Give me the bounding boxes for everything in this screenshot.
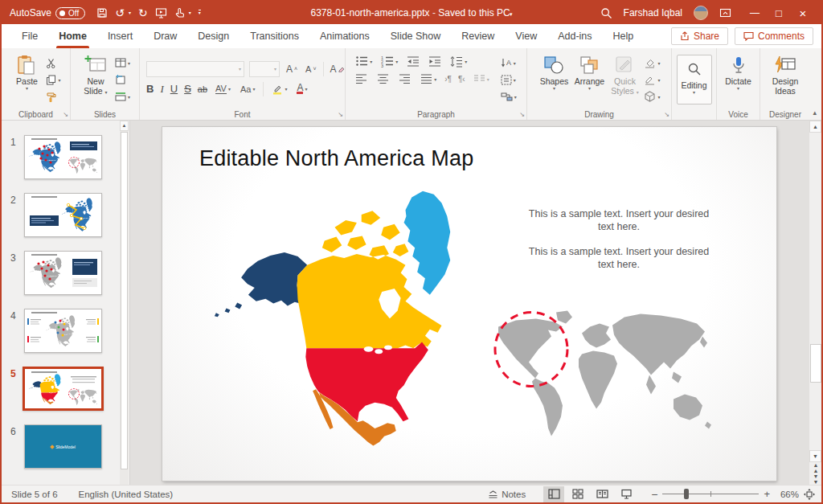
- slide-6-thumbnail[interactable]: SlideModel: [24, 424, 102, 469]
- fit-to-window-button[interactable]: [804, 489, 815, 500]
- dictate-button[interactable]: Dictate▾: [721, 51, 756, 107]
- justify-button[interactable]: ▾: [419, 72, 438, 86]
- text-highlight-button[interactable]: ▾: [270, 82, 289, 96]
- text-direction-button[interactable]: A▾: [499, 55, 518, 70]
- shadow-button[interactable]: S: [184, 83, 191, 95]
- thumbnail-row-1[interactable]: 1: [2, 135, 129, 179]
- thumbnail-row-6[interactable]: 6 SlideModel: [2, 424, 129, 469]
- comments-button[interactable]: Comments: [735, 27, 813, 45]
- autosave-toggle[interactable]: AutoSave Off: [10, 7, 85, 19]
- decrease-font-size-button[interactable]: A˅: [304, 62, 317, 76]
- minimize-button[interactable]: —: [743, 2, 767, 24]
- tab-home[interactable]: Home: [48, 24, 97, 48]
- language-selector[interactable]: English (United States): [79, 490, 174, 499]
- tab-review[interactable]: Review: [451, 24, 505, 48]
- world-map[interactable]: [492, 309, 717, 442]
- slide-sorter-view-button[interactable]: [567, 486, 588, 502]
- tab-view[interactable]: View: [505, 24, 547, 48]
- numbering-button[interactable]: 123▾: [379, 54, 399, 68]
- shapes-button[interactable]: Shapes▾: [536, 51, 571, 107]
- zoom-slider-thumb[interactable]: [684, 489, 689, 499]
- thumbnail-row-4[interactable]: 4: [2, 309, 129, 353]
- drawing-dialog-launcher-icon[interactable]: ↘: [664, 111, 669, 118]
- slide-4-thumbnail[interactable]: [24, 309, 102, 353]
- tab-insert[interactable]: Insert: [97, 24, 143, 48]
- align-text-button[interactable]: ▾: [499, 72, 518, 87]
- ribbon-display-options-icon[interactable]: [719, 7, 731, 19]
- scroll-up-icon[interactable]: ▲: [120, 121, 129, 131]
- underline-button[interactable]: U: [170, 83, 178, 95]
- shape-outline-button[interactable]: ▾: [642, 72, 661, 87]
- zoom-in-button[interactable]: +: [764, 488, 770, 500]
- font-name-combo[interactable]: ▾: [146, 61, 244, 77]
- canvas-scrollbar-thumb[interactable]: [810, 344, 821, 383]
- save-status[interactable]: Saved to this PC: [438, 7, 510, 18]
- normal-view-button[interactable]: [543, 486, 564, 502]
- close-button[interactable]: ×: [791, 2, 815, 24]
- customize-qat-button[interactable]: ▾: [199, 10, 201, 16]
- character-spacing-button[interactable]: AV▾: [214, 82, 232, 96]
- north-america-map[interactable]: [203, 183, 502, 466]
- next-slide-button[interactable]: ▼▼: [809, 473, 821, 485]
- touch-mode-button[interactable]: [174, 7, 185, 19]
- tab-design[interactable]: Design: [187, 24, 240, 48]
- design-ideas-button[interactable]: Design Ideas: [768, 51, 803, 107]
- section-button[interactable]: ▾: [113, 89, 132, 104]
- bullets-button[interactable]: ▾: [354, 54, 374, 68]
- canvas-scrollbar[interactable]: ▲ ▼ ▲▲ ▼▼: [809, 121, 821, 485]
- bold-button[interactable]: B: [146, 83, 154, 95]
- share-button[interactable]: Share: [671, 27, 728, 45]
- redo-button[interactable]: ↻: [138, 7, 148, 18]
- thumbnail-row-5-selected[interactable]: 5: [2, 367, 129, 411]
- tab-transitions[interactable]: Transitions: [240, 24, 309, 48]
- change-case-button[interactable]: Aa▾: [239, 82, 256, 96]
- thumbnail-row-2[interactable]: 2: [2, 193, 129, 237]
- quick-styles-button[interactable]: Quick Styles ▾: [607, 51, 642, 107]
- slide-2-thumbnail[interactable]: [24, 193, 102, 237]
- slide-5-thumbnail[interactable]: [23, 367, 104, 411]
- zoom-out-button[interactable]: −: [651, 488, 657, 501]
- zoom-slider-track[interactable]: [662, 494, 759, 494]
- italic-button[interactable]: I: [160, 83, 163, 96]
- clear-formatting-button[interactable]: A: [329, 62, 346, 76]
- tab-animations[interactable]: Animations: [309, 24, 380, 48]
- slide-1-thumbnail[interactable]: [24, 135, 102, 179]
- start-slideshow-button[interactable]: [155, 7, 167, 19]
- ltr-direction-button[interactable]: ›¶: [444, 75, 452, 84]
- slideshow-view-button[interactable]: [616, 486, 637, 502]
- cut-button[interactable]: [44, 55, 62, 70]
- slide-3-thumbnail[interactable]: [24, 251, 102, 295]
- save-button[interactable]: [96, 7, 108, 19]
- thumbnail-scrollbar-thumb[interactable]: [121, 132, 128, 469]
- align-center-button[interactable]: [375, 72, 391, 86]
- rtl-direction-button[interactable]: ¶‹: [458, 75, 465, 84]
- collapse-ribbon-icon[interactable]: ▴: [813, 109, 817, 117]
- maximize-button[interactable]: □: [767, 2, 791, 24]
- increase-indent-button[interactable]: [427, 54, 443, 68]
- sample-text-box-1[interactable]: This is a sample text. Insert your desir…: [526, 207, 712, 234]
- slide-layout-button[interactable]: ▾: [113, 55, 132, 70]
- reading-view-button[interactable]: [592, 486, 612, 502]
- search-icon[interactable]: [600, 6, 612, 18]
- reset-slide-button[interactable]: [113, 72, 132, 87]
- user-name[interactable]: Farshad Iqbal: [624, 7, 682, 18]
- clipboard-dialog-launcher-icon[interactable]: ↘: [63, 111, 68, 118]
- paste-button[interactable]: Paste▾: [9, 51, 44, 107]
- thumbnail-panel-scrollbar[interactable]: ▲: [120, 121, 129, 485]
- new-slide-button[interactable]: New Slide ▾: [78, 51, 113, 107]
- paragraph-dialog-launcher-icon[interactable]: ↘: [519, 111, 525, 118]
- tab-help[interactable]: Help: [603, 24, 645, 48]
- previous-slide-button[interactable]: ▲▲: [809, 462, 821, 473]
- sample-text-box-2[interactable]: This is a sample text. Insert your desir…: [526, 245, 712, 272]
- convert-to-smartart-button[interactable]: ▾: [499, 89, 518, 104]
- zoom-percentage[interactable]: 66%: [775, 490, 799, 499]
- shape-fill-button[interactable]: ▾: [642, 55, 661, 70]
- notes-button[interactable]: Notes: [488, 489, 526, 499]
- increase-font-size-button[interactable]: A˄: [285, 62, 299, 76]
- strikethrough-button[interactable]: ab: [198, 84, 207, 94]
- slide-editing-surface[interactable]: Editable North America Map This is a sam…: [162, 127, 776, 481]
- editing-button[interactable]: Editing▾: [677, 55, 712, 104]
- arrange-button[interactable]: Arrange▾: [571, 51, 607, 107]
- decrease-indent-button[interactable]: [405, 54, 421, 68]
- thumbnail-row-3[interactable]: 3: [2, 251, 129, 295]
